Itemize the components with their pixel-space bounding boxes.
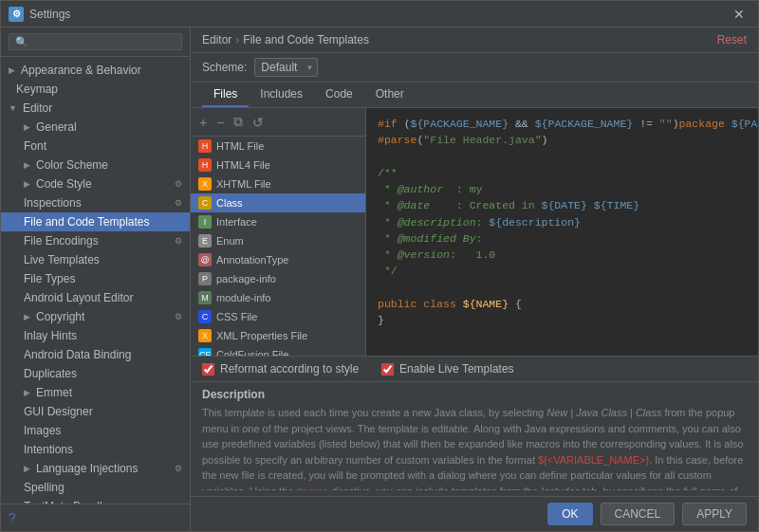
- code-line-5: * @date : Created in ${DATE} ${TIME}: [378, 197, 747, 213]
- inspections-badge: ⚙: [175, 198, 182, 208]
- sidebar-item-font[interactable]: Font: [1, 137, 190, 156]
- file-item-xml-props[interactable]: X XML Properties File: [191, 326, 365, 345]
- sidebar-item-editor[interactable]: ▼ Editor: [1, 99, 190, 118]
- file-item-annotationtype[interactable]: @ AnnotationType: [191, 250, 365, 269]
- scheme-label: Scheme:: [202, 61, 247, 74]
- tab-includes[interactable]: Includes: [249, 83, 314, 107]
- code-line-blank1: [378, 149, 747, 165]
- sidebar-item-copyright[interactable]: ▶ Copyright ⚙: [1, 307, 190, 326]
- live-templates-checkbox-label[interactable]: Enable Live Templates: [381, 362, 514, 376]
- sidebar-item-live-templates[interactable]: Live Templates: [1, 250, 190, 269]
- module-file-icon: M: [198, 291, 212, 304]
- file-list-toolbar: + − ⧉ ↺: [191, 108, 365, 137]
- scheme-dropdown-wrap: Default Project: [254, 58, 318, 77]
- sidebar-item-file-types[interactable]: File Types: [1, 269, 190, 288]
- sidebar-item-language-injections[interactable]: ▶ Language Injections ⚙: [1, 459, 190, 478]
- expand-arrow-copyright-icon: ▶: [24, 312, 30, 321]
- xhtml-file-icon: X: [198, 177, 212, 191]
- breadcrumb-sep: ›: [235, 33, 239, 46]
- sidebar-item-keymap[interactable]: Keymap: [1, 80, 190, 99]
- cancel-button[interactable]: CANCEL: [601, 503, 676, 525]
- sidebar-item-emmet[interactable]: ▶ Emmet: [1, 383, 190, 402]
- refresh-templates-button[interactable]: ↺: [250, 113, 267, 132]
- sidebar: ▶ Appearance & Behavior Keymap ▼ Editor …: [1, 28, 191, 531]
- pkg-file-icon: P: [198, 272, 212, 285]
- class-file-icon: C: [198, 196, 212, 210]
- copyright-badge: ⚙: [175, 312, 182, 321]
- sidebar-item-color-scheme[interactable]: ▶ Color Scheme: [1, 156, 190, 174]
- title-bar: ⚙ Settings ✕: [1, 1, 758, 28]
- sidebar-item-file-templates[interactable]: File and Code Templates: [1, 212, 190, 231]
- reformat-checkbox[interactable]: [202, 363, 214, 376]
- sidebar-item-inspections[interactable]: Inspections ⚙: [1, 193, 190, 212]
- sidebar-items-list: ▶ Appearance & Behavior Keymap ▼ Editor …: [1, 57, 190, 504]
- sidebar-item-android-databinding[interactable]: Android Data Binding: [1, 345, 190, 364]
- reset-button[interactable]: Reset: [717, 33, 747, 46]
- sidebar-item-duplicates[interactable]: Duplicates: [1, 364, 190, 383]
- sidebar-item-intentions[interactable]: Intentions: [1, 440, 190, 459]
- panel-header: Editor › File and Code Templates Reset: [191, 28, 758, 53]
- code-line-9: */: [378, 263, 747, 279]
- html-file-icon: H: [198, 139, 212, 153]
- expand-arrow-code-icon: ▶: [24, 179, 30, 189]
- tab-files[interactable]: Files: [202, 83, 249, 107]
- scheme-row: Scheme: Default Project: [191, 53, 758, 83]
- sidebar-item-code-style[interactable]: ▶ Code Style ⚙: [1, 174, 190, 193]
- bottom-options: Reformat according to style Enable Live …: [191, 356, 758, 381]
- tab-code[interactable]: Code: [314, 83, 364, 107]
- live-templates-checkbox[interactable]: [381, 363, 394, 376]
- file-item-coldfusion[interactable]: CF ColdFusion File: [191, 345, 365, 356]
- window-title: Settings: [29, 8, 728, 21]
- file-item-xhtml[interactable]: X XHTML File: [191, 174, 365, 193]
- main-content: ▶ Appearance & Behavior Keymap ▼ Editor …: [1, 28, 758, 531]
- add-template-button[interactable]: +: [196, 113, 210, 132]
- app-icon: ⚙: [9, 7, 24, 22]
- close-button[interactable]: ✕: [728, 5, 750, 24]
- sidebar-item-appearance[interactable]: ▶ Appearance & Behavior: [1, 61, 190, 80]
- tab-other[interactable]: Other: [364, 83, 416, 107]
- sidebar-item-gui-designer[interactable]: GUI Designer: [1, 402, 190, 421]
- sidebar-item-images[interactable]: Images: [1, 421, 190, 440]
- file-item-css[interactable]: C CSS File: [191, 307, 365, 326]
- file-item-html4[interactable]: H HTML4 File: [191, 156, 365, 174]
- sidebar-item-general[interactable]: ▶ General: [1, 118, 190, 137]
- expand-arrow-icon: ▶: [9, 65, 15, 75]
- remove-template-button[interactable]: −: [213, 113, 227, 132]
- dialog-buttons: OK CANCEL APPLY: [191, 496, 758, 531]
- code-line-2: #parse("File Header.java"): [378, 132, 747, 148]
- file-item-interface[interactable]: I Interface: [191, 212, 365, 231]
- code-editor[interactable]: #if (${PACKAGE_NAME} && ${PACKAGE_NAME} …: [366, 108, 758, 356]
- right-panel: Editor › File and Code Templates Reset S…: [191, 28, 758, 531]
- code-line-1: #if (${PACKAGE_NAME} && ${PACKAGE_NAME} …: [378, 116, 747, 132]
- tabs-row: Files Includes Code Other: [191, 83, 758, 108]
- file-item-html[interactable]: H HTML File: [191, 137, 365, 156]
- ok-button[interactable]: OK: [547, 503, 592, 525]
- copy-template-button[interactable]: ⧉: [231, 112, 246, 132]
- expand-arrow-lang-icon: ▶: [24, 464, 30, 473]
- enum-file-icon: E: [198, 234, 212, 248]
- search-input[interactable]: [9, 33, 182, 50]
- sidebar-bottom: ?: [1, 504, 190, 531]
- css-file-icon: C: [198, 310, 212, 323]
- file-item-enum[interactable]: E Enum: [191, 231, 365, 250]
- scheme-select[interactable]: Default Project: [254, 58, 318, 77]
- sidebar-item-textmate[interactable]: TextMate Bundles: [1, 497, 190, 504]
- sidebar-item-android-layout[interactable]: Android Layout Editor: [1, 288, 190, 307]
- description-title: Description: [202, 388, 747, 401]
- anno-file-icon: @: [198, 253, 212, 266]
- file-list-items: H HTML File H HTML4 File X XHTML File: [191, 137, 365, 356]
- description-area: Description This template is used each t…: [191, 381, 758, 496]
- reformat-checkbox-label[interactable]: Reformat according to style: [202, 362, 359, 376]
- reformat-label: Reformat according to style: [220, 362, 359, 376]
- code-line-8: * @version: 1.0: [378, 247, 747, 263]
- sidebar-item-file-encodings[interactable]: File Encodings ⚙: [1, 231, 190, 250]
- file-item-package-info[interactable]: P package-info: [191, 269, 365, 288]
- live-templates-label: Enable Live Templates: [399, 362, 514, 376]
- help-icon[interactable]: ?: [9, 510, 16, 525]
- sidebar-item-spelling[interactable]: Spelling: [1, 478, 190, 497]
- file-item-class[interactable]: C Class: [191, 193, 365, 212]
- file-item-module-info[interactable]: M module-info: [191, 288, 365, 307]
- content-area: + − ⧉ ↺ H HTML File H HTML4 File: [191, 108, 758, 356]
- apply-button[interactable]: APPLY: [682, 503, 747, 525]
- sidebar-item-inlay-hints[interactable]: Inlay Hints: [1, 326, 190, 345]
